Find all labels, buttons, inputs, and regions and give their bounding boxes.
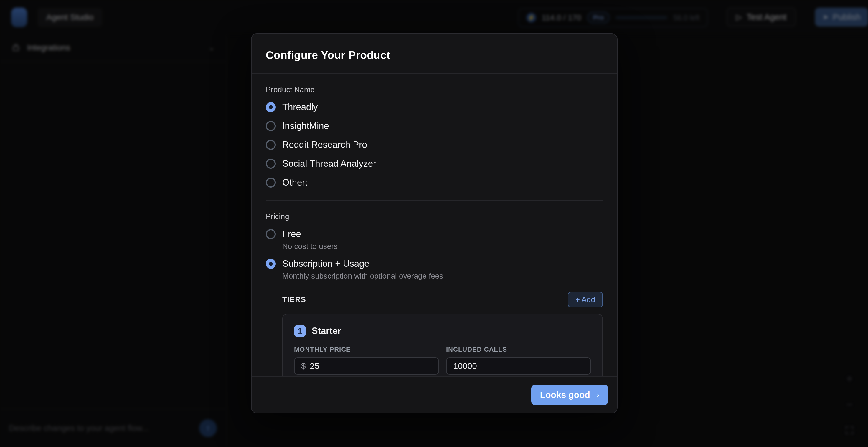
pricing-option-free[interactable]: Free	[266, 228, 603, 240]
monthly-price-input[interactable]: $ 25	[294, 357, 439, 375]
monthly-price-field: MONTHLY PRICE $ 25	[294, 346, 439, 375]
currency-prefix: $	[301, 361, 306, 371]
radio-checked-icon[interactable]	[266, 102, 276, 112]
included-calls-value: 10000	[453, 361, 477, 371]
included-calls-label: INCLUDED CALLS	[446, 346, 591, 353]
looks-good-button[interactable]: Looks good ›	[531, 385, 608, 405]
modal-footer: Looks good ›	[252, 376, 617, 413]
product-option-social-thread-analyzer[interactable]: Social Thread Analyzer	[266, 158, 603, 170]
product-option-other[interactable]: Other:	[266, 177, 603, 188]
radio-checked-icon[interactable]	[266, 259, 276, 269]
tiers-label: TIERS	[282, 295, 306, 304]
tiers-header: TIERS + Add	[282, 292, 603, 308]
add-tier-button[interactable]: + Add	[568, 292, 603, 308]
included-calls-field: INCLUDED CALLS 10000	[446, 346, 591, 375]
modal-header: Configure Your Product	[252, 34, 617, 74]
radio-unchecked-icon[interactable]	[266, 178, 276, 188]
tier-card-header: 1 Starter	[294, 325, 591, 337]
modal-body: Product Name Threadly InsightMine Reddit…	[252, 74, 617, 376]
radio-unchecked-icon[interactable]	[266, 229, 276, 239]
chevron-right-icon: ›	[597, 390, 599, 400]
tier-fields: MONTHLY PRICE $ 25 INCLUDED CALLS 10000	[294, 346, 591, 375]
modal-title: Configure Your Product	[266, 49, 603, 62]
section-divider	[266, 200, 603, 201]
pricing-free-description: No cost to users	[282, 242, 603, 251]
radio-unchecked-icon[interactable]	[266, 140, 276, 150]
pricing-option-subscription-usage[interactable]: Subscription + Usage	[266, 258, 603, 270]
monthly-price-value: 25	[310, 361, 319, 371]
looks-good-label: Looks good	[540, 390, 590, 400]
tier-number-badge: 1	[294, 325, 306, 337]
included-calls-input[interactable]: 10000	[446, 357, 591, 375]
tier-name: Starter	[312, 326, 341, 336]
pricing-label: Pricing	[266, 212, 603, 221]
tier-card-starter: 1 Starter MONTHLY PRICE $ 25 INCLUDED	[282, 314, 603, 376]
radio-unchecked-icon[interactable]	[266, 159, 276, 169]
product-name-label: Product Name	[266, 85, 603, 94]
product-option-threadly[interactable]: Threadly	[266, 101, 603, 113]
product-option-insightmine[interactable]: InsightMine	[266, 120, 603, 132]
tiers-section: TIERS + Add 1 Starter MONTHLY PRICE $ 25	[282, 292, 603, 376]
configure-product-modal: Configure Your Product Product Name Thre…	[251, 33, 618, 413]
radio-unchecked-icon[interactable]	[266, 121, 276, 131]
pricing-subscription-description: Monthly subscription with optional overa…	[282, 272, 603, 281]
app-screen: Agent Studio ⚡ 114.0 / 170 Pro 56.0 left…	[0, 0, 868, 447]
monthly-price-label: MONTHLY PRICE	[294, 346, 439, 353]
product-option-reddit-research-pro[interactable]: Reddit Research Pro	[266, 139, 603, 151]
